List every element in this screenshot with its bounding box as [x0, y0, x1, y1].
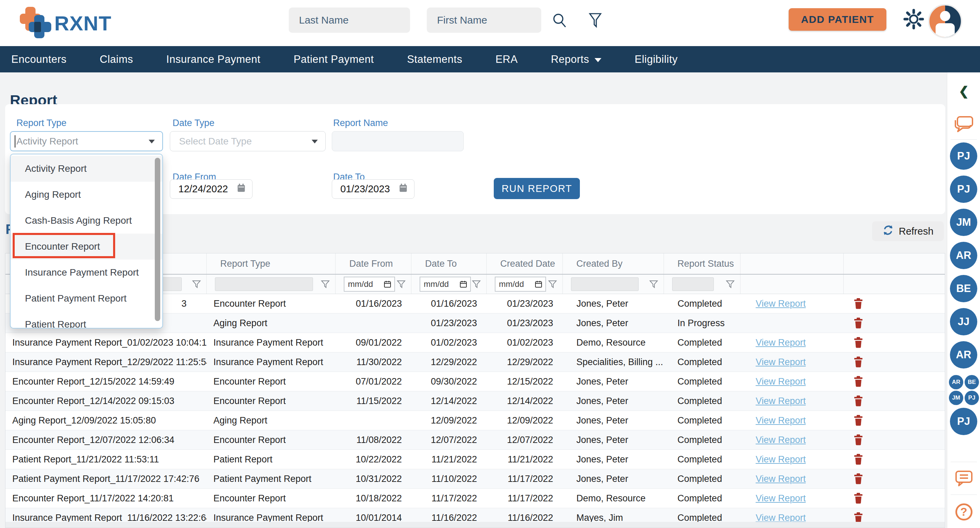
- filter-text-input[interactable]: [672, 277, 714, 291]
- filter-date-input[interactable]: mm/dd: [344, 277, 395, 292]
- filter-funnel-icon[interactable]: [649, 280, 658, 288]
- trash-icon[interactable]: [854, 434, 863, 446]
- filter-funnel-icon[interactable]: [192, 280, 201, 288]
- rail-avatar-jm-2[interactable]: JM: [950, 209, 977, 236]
- nav-item-eligibility[interactable]: Eligibility: [635, 53, 678, 66]
- chevron-down-icon: [595, 58, 601, 62]
- refresh-button[interactable]: Refresh: [872, 221, 944, 241]
- rail-avatar-pj-0[interactable]: PJ: [950, 143, 977, 170]
- refresh-label: Refresh: [899, 226, 934, 237]
- collapse-chevron-left-icon[interactable]: ❮: [947, 84, 980, 98]
- calendar-icon[interactable]: [398, 183, 408, 195]
- view-report-link[interactable]: View Report: [756, 338, 806, 348]
- filter-funnel-icon[interactable]: [548, 280, 557, 288]
- nav-item-statements[interactable]: Statements: [407, 53, 462, 66]
- date-to-input[interactable]: 01/23/2023: [332, 179, 415, 199]
- chat-bubbles-icon[interactable]: [954, 116, 974, 136]
- column-header-date-from[interactable]: Date From: [336, 254, 411, 274]
- filter-funnel-icon[interactable]: [397, 280, 406, 288]
- trash-icon[interactable]: [854, 473, 863, 484]
- filter-funnel-icon[interactable]: [586, 12, 604, 29]
- trash-icon[interactable]: [854, 454, 863, 465]
- filter-date-input[interactable]: mm/dd: [420, 277, 471, 292]
- filter-funnel-icon[interactable]: [321, 280, 330, 288]
- calendar-icon[interactable]: [237, 183, 246, 195]
- nav-item-reports[interactable]: Reports: [551, 53, 601, 66]
- column-header-date-to[interactable]: Date To: [411, 254, 487, 274]
- rail-avatar-pj-bottom[interactable]: PJ: [950, 408, 977, 435]
- rail-avatar-ar-3[interactable]: AR: [950, 242, 977, 269]
- nav-item-encounters[interactable]: Encounters: [11, 53, 67, 66]
- rxnt-logo[interactable]: RXNT: [20, 6, 111, 40]
- dropdown-option-activity-report[interactable]: Activity Report: [11, 156, 162, 182]
- rail-small-avatar-jm[interactable]: JM: [949, 391, 963, 405]
- column-header-created-by[interactable]: Created By: [563, 254, 664, 274]
- help-question-icon[interactable]: ?: [955, 503, 972, 520]
- filter-text-input[interactable]: [215, 277, 313, 291]
- nav-item-claims[interactable]: Claims: [100, 53, 133, 66]
- rail-small-avatar-be[interactable]: BE: [965, 375, 979, 389]
- filter-date-input[interactable]: mm/dd: [495, 277, 546, 292]
- column-header-created-date[interactable]: Created Date: [487, 254, 563, 274]
- view-report-link[interactable]: View Report: [756, 298, 806, 309]
- view-report-link[interactable]: View Report: [756, 415, 806, 426]
- trash-icon[interactable]: [854, 415, 863, 426]
- nav-item-era[interactable]: ERA: [495, 53, 518, 66]
- nav-item-insurance-payment[interactable]: Insurance Payment: [166, 53, 261, 66]
- rail-small-avatar-ar[interactable]: AR: [949, 375, 963, 389]
- support-chat-icon[interactable]: [955, 470, 973, 488]
- trash-icon[interactable]: [854, 337, 863, 348]
- rail-avatar-be-4[interactable]: BE: [950, 275, 977, 302]
- rail-avatar-pj-1[interactable]: PJ: [950, 176, 977, 203]
- cell-report-type: Patient Payment Report: [207, 469, 336, 488]
- view-report-link[interactable]: View Report: [756, 493, 806, 504]
- dropdown-option-insurance-payment-report[interactable]: Insurance Payment Report: [11, 260, 162, 285]
- dropdown-option-cash-basis-aging-report[interactable]: Cash-Basis Aging Report: [11, 208, 162, 234]
- report-name-input[interactable]: [332, 131, 464, 151]
- column-header-col-8[interactable]: [740, 254, 844, 274]
- dropdown-scrollbar[interactable]: [155, 158, 160, 321]
- column-header-label: Report Type: [220, 258, 270, 269]
- view-report-link[interactable]: View Report: [756, 376, 806, 387]
- view-report-link[interactable]: View Report: [756, 435, 806, 446]
- date-from-input[interactable]: 12/24/2022: [170, 179, 253, 199]
- search-icon[interactable]: [551, 12, 569, 29]
- column-header-col-9[interactable]: [844, 254, 945, 274]
- dropdown-option-aging-report[interactable]: Aging Report: [11, 182, 162, 208]
- trash-icon[interactable]: [854, 493, 863, 504]
- filter-funnel-icon[interactable]: [726, 280, 735, 288]
- rail-small-avatar-pj[interactable]: PJ: [965, 391, 979, 405]
- view-report-link[interactable]: View Report: [756, 396, 806, 406]
- dropdown-option-patient-report[interactable]: Patient Report: [11, 311, 162, 328]
- gear-icon[interactable]: [904, 9, 924, 29]
- rail-avatar-jj-5[interactable]: JJ: [950, 308, 977, 335]
- trash-icon[interactable]: [854, 318, 863, 328]
- cell-date-from: 01/16/2023: [336, 294, 412, 313]
- nav-item-patient-payment[interactable]: Patient Payment: [294, 53, 374, 66]
- trash-icon[interactable]: [854, 395, 863, 406]
- first-name-input[interactable]: [427, 8, 541, 33]
- trash-icon[interactable]: [854, 357, 863, 368]
- view-report-link[interactable]: View Report: [756, 474, 806, 484]
- cell-created-by: Demo, Resource: [563, 333, 664, 352]
- rail-avatar-ar-6[interactable]: AR: [950, 341, 977, 368]
- view-report-link[interactable]: View Report: [756, 357, 806, 368]
- user-avatar[interactable]: [928, 4, 962, 38]
- rail-avatar-cluster[interactable]: ARBEJMPJ: [949, 375, 980, 405]
- filter-text-input[interactable]: [571, 277, 639, 291]
- trash-icon[interactable]: [854, 298, 863, 309]
- cell-created-by: Jones, Peter: [563, 314, 664, 333]
- column-header-report-status[interactable]: Report Status: [664, 254, 741, 274]
- cell-delete: [844, 450, 945, 469]
- filter-funnel-icon[interactable]: [472, 280, 481, 288]
- last-name-input[interactable]: [289, 8, 410, 33]
- add-patient-button[interactable]: ADD PATIENT: [789, 8, 886, 31]
- view-report-link[interactable]: View Report: [756, 454, 806, 465]
- view-report-link[interactable]: View Report: [756, 513, 806, 523]
- date-type-select[interactable]: Select Date Type: [170, 131, 326, 151]
- trash-icon[interactable]: [854, 376, 863, 387]
- run-report-button[interactable]: RUN REPORT: [494, 178, 580, 199]
- report-type-combobox[interactable]: Activity Report: [10, 131, 163, 151]
- dropdown-option-patient-payment-report[interactable]: Patient Payment Report: [11, 285, 162, 311]
- column-header-report-type[interactable]: Report Type: [207, 254, 336, 274]
